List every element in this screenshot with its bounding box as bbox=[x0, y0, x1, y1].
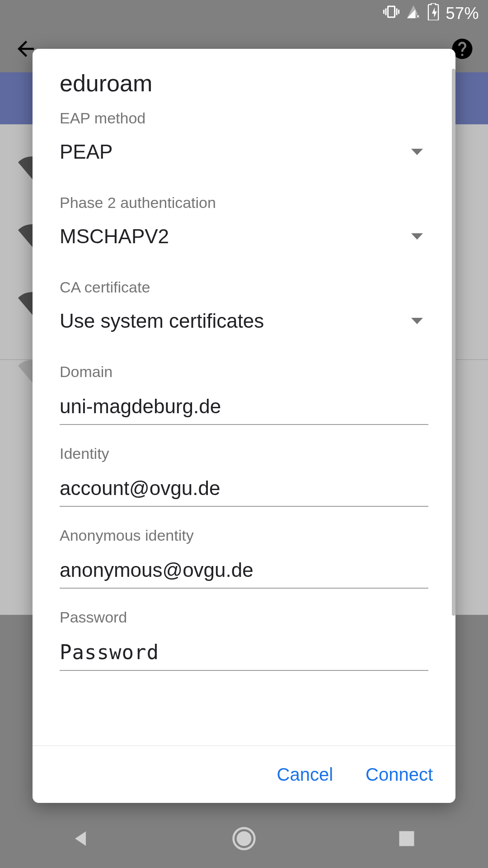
dialog-title: eduroam bbox=[60, 70, 428, 97]
connect-button[interactable]: Connect bbox=[363, 760, 436, 789]
signal-icon bbox=[406, 4, 421, 24]
battery-icon bbox=[427, 3, 439, 24]
anonymous-identity-label: Anonymous identity bbox=[60, 527, 428, 544]
vibrate-icon bbox=[383, 4, 399, 24]
password-input[interactable] bbox=[60, 638, 428, 671]
chevron-down-icon bbox=[411, 149, 423, 155]
eap-method-value: PEAP bbox=[60, 141, 113, 163]
anonymous-identity-input[interactable] bbox=[60, 556, 428, 589]
nav-recent-button[interactable] bbox=[361, 829, 452, 849]
domain-input[interactable] bbox=[60, 392, 428, 425]
cancel-button[interactable]: Cancel bbox=[274, 760, 336, 789]
phase2-label: Phase 2 authentication bbox=[60, 194, 428, 212]
battery-percent: 57% bbox=[446, 4, 479, 23]
scrollbar[interactable] bbox=[452, 69, 455, 616]
phase2-dropdown[interactable]: MSCHAPV2 bbox=[60, 223, 428, 259]
identity-label: Identity bbox=[60, 445, 428, 462]
dialog-footer: Cancel Connect bbox=[33, 746, 455, 803]
wifi-config-dialog: eduroam EAP method PEAP Phase 2 authenti… bbox=[33, 49, 455, 803]
password-label: Password bbox=[60, 609, 428, 626]
domain-label: Domain bbox=[60, 363, 428, 381]
eap-method-dropdown[interactable]: PEAP bbox=[60, 139, 428, 174]
ca-certificate-label: CA certificate bbox=[60, 278, 428, 296]
svg-point-2 bbox=[237, 831, 252, 846]
svg-rect-3 bbox=[399, 831, 414, 846]
nav-back-button[interactable] bbox=[36, 828, 127, 849]
identity-input[interactable] bbox=[60, 474, 428, 507]
chevron-down-icon bbox=[411, 233, 423, 240]
ca-certificate-dropdown[interactable]: Use system certificates bbox=[60, 308, 428, 343]
chevron-down-icon bbox=[411, 318, 423, 324]
status-bar: 57% bbox=[0, 0, 488, 27]
nav-home-button[interactable] bbox=[199, 826, 289, 851]
ca-certificate-value: Use system certificates bbox=[60, 310, 264, 332]
navigation-bar bbox=[0, 809, 488, 868]
phase2-value: MSCHAPV2 bbox=[60, 225, 169, 248]
eap-method-label: EAP method bbox=[60, 109, 428, 127]
